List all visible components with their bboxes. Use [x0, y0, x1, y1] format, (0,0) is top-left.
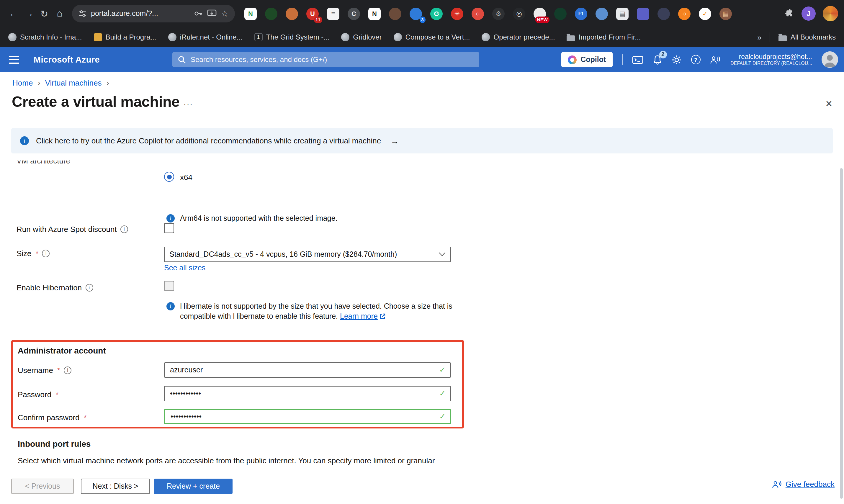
extension-icon[interactable]: ▦: [719, 7, 732, 20]
bookmark-item[interactable]: Gridlover: [341, 33, 381, 41]
learn-more-link[interactable]: Learn more: [340, 312, 378, 321]
extension-icon[interactable]: ▤: [616, 7, 629, 20]
review-create-button[interactable]: Review + create: [154, 479, 233, 494]
bookmark-item[interactable]: Imported From Fir...: [567, 33, 641, 41]
extension-icon[interactable]: [286, 7, 298, 20]
notes-icon[interactable]: ≡: [327, 7, 339, 20]
extension-icon[interactable]: [265, 7, 277, 20]
info-hint-icon[interactable]: [85, 284, 93, 291]
globe-favicon-icon: [394, 33, 402, 41]
settings-gear-icon[interactable]: [671, 55, 681, 65]
extension-icon[interactable]: 3: [410, 7, 422, 20]
browser-profile-avatar[interactable]: [823, 6, 838, 21]
extension-icon[interactable]: ◎: [513, 7, 525, 20]
info-hint-icon[interactable]: [42, 250, 50, 257]
bookmark-item[interactable]: Scratch Info - Ima...: [8, 33, 82, 41]
notifications-bell-icon[interactable]: 2: [652, 55, 662, 65]
extension-badge: 3: [419, 17, 426, 23]
grammarly-icon[interactable]: G: [430, 7, 443, 20]
bookmark-star-icon[interactable]: [221, 9, 229, 18]
extension-icon[interactable]: [595, 7, 608, 20]
extension-icon[interactable]: [389, 7, 401, 20]
password-key-icon[interactable]: [194, 9, 203, 18]
valid-check-icon: ✓: [439, 413, 446, 420]
extension-icon[interactable]: ○: [678, 7, 690, 20]
more-menu-icon[interactable]: ···: [183, 100, 193, 109]
close-icon[interactable]: [826, 98, 832, 109]
username-input[interactable]: [164, 362, 451, 378]
extension-icon[interactable]: ✓: [699, 7, 711, 20]
extension-icon[interactable]: ⚙: [492, 7, 505, 20]
extension-icon[interactable]: [637, 7, 649, 20]
feedback-icon[interactable]: [710, 55, 720, 64]
extension-icon[interactable]: C: [348, 7, 360, 20]
azure-search-input[interactable]: [191, 55, 474, 64]
account-circle-icon[interactable]: J: [802, 6, 816, 21]
info-hint-icon[interactable]: [64, 366, 71, 374]
copilot-info-banner[interactable]: Click here to try out the Azure Copilot …: [11, 128, 833, 154]
info-hint-icon[interactable]: [121, 226, 128, 233]
bookmark-item[interactable]: iRuler.net - Online...: [168, 33, 243, 41]
ublock-icon[interactable]: U11: [306, 7, 319, 20]
account-info[interactable]: realcloudprojects@hot... DEFAULT DIRECTO…: [730, 53, 812, 67]
scrollbar-thumb[interactable]: [840, 168, 843, 499]
azure-header-right: Copilot 2 realcloudprojects@hot... DEFAU…: [561, 47, 838, 72]
help-icon[interactable]: [691, 55, 700, 64]
toolbar-right: J: [784, 6, 838, 21]
bookmark-item[interactable]: Build a Progra...: [93, 33, 156, 41]
size-dropdown[interactable]: Standard_DC4ads_cc_v5 - 4 vcpus, 16 GiB …: [164, 247, 451, 262]
see-all-sizes-link[interactable]: See all sizes: [164, 264, 205, 272]
size-dropdown-value: Standard_DC4ads_cc_v5 - 4 vcpus, 16 GiB …: [169, 250, 440, 258]
x64-radio-label: x64: [180, 173, 193, 182]
copilot-button[interactable]: Copilot: [561, 52, 612, 67]
info-icon: [166, 302, 175, 310]
back-icon[interactable]: [6, 6, 21, 21]
url-text[interactable]: portal.azure.com/?...: [91, 10, 190, 18]
user-avatar[interactable]: [822, 51, 838, 68]
notion-clipper-icon[interactable]: N: [244, 7, 257, 20]
azure-header: Microsoft Azure Copilot 2: [0, 47, 844, 72]
extension-icon[interactable]: ○: [471, 7, 484, 20]
breadcrumb-home[interactable]: Home: [12, 78, 33, 87]
bookmark-item[interactable]: Compose to a Vert...: [394, 33, 470, 41]
valid-check-icon: ✓: [439, 390, 446, 397]
hamburger-menu-icon[interactable]: [9, 56, 19, 64]
confirm-password-input[interactable]: [164, 409, 451, 424]
home-icon[interactable]: [52, 6, 67, 21]
give-feedback-link[interactable]: Give feedback: [772, 480, 834, 489]
bookmark-item[interactable]: 1The Grid System -...: [254, 33, 330, 41]
bookmark-item[interactable]: Operator precede...: [482, 33, 555, 41]
notion-icon[interactable]: N: [368, 7, 381, 20]
install-app-icon[interactable]: [208, 10, 217, 18]
bookmarks-right: » All Bookmarks: [757, 33, 836, 42]
globe-favicon-icon: [8, 33, 17, 41]
forward-icon[interactable]: [21, 6, 37, 21]
inbound-port-rules-heading: Inbound port rules: [18, 439, 91, 449]
extension-icon[interactable]: F1: [575, 7, 587, 20]
page-title: Create a virtual machine: [12, 93, 179, 110]
site-settings-icon[interactable]: [78, 10, 87, 18]
copilot-icon: [568, 55, 576, 64]
extension-icon[interactable]: ✳: [451, 7, 463, 20]
previous-button[interactable]: < Previous: [11, 479, 74, 494]
reload-icon[interactable]: [37, 6, 52, 21]
x64-radio[interactable]: [164, 172, 174, 182]
next-disks-button[interactable]: Next : Disks >: [81, 479, 150, 494]
address-bar[interactable]: portal.azure.com/?...: [72, 5, 235, 22]
folder-icon: [779, 35, 787, 41]
bookmarks-overflow-icon[interactable]: »: [757, 33, 761, 42]
azure-brand[interactable]: Microsoft Azure: [34, 55, 100, 64]
hibernation-checkbox[interactable]: [164, 281, 174, 291]
spot-discount-checkbox[interactable]: [164, 223, 174, 233]
cloud-shell-icon[interactable]: [632, 55, 643, 64]
extensions-puzzle-icon[interactable]: [784, 8, 794, 19]
account-email: realcloudprojects@hot...: [730, 53, 812, 61]
bookmark-label: Scratch Info - Ima...: [20, 33, 82, 41]
extension-icon[interactable]: NEW: [534, 7, 546, 20]
extension-icon[interactable]: [658, 7, 670, 20]
all-bookmarks-button[interactable]: All Bookmarks: [779, 33, 836, 41]
password-input[interactable]: [164, 386, 451, 401]
breadcrumb-virtual-machines[interactable]: Virtual machines: [45, 78, 102, 87]
azure-search-box[interactable]: [172, 52, 479, 67]
extension-icon[interactable]: [554, 7, 567, 20]
